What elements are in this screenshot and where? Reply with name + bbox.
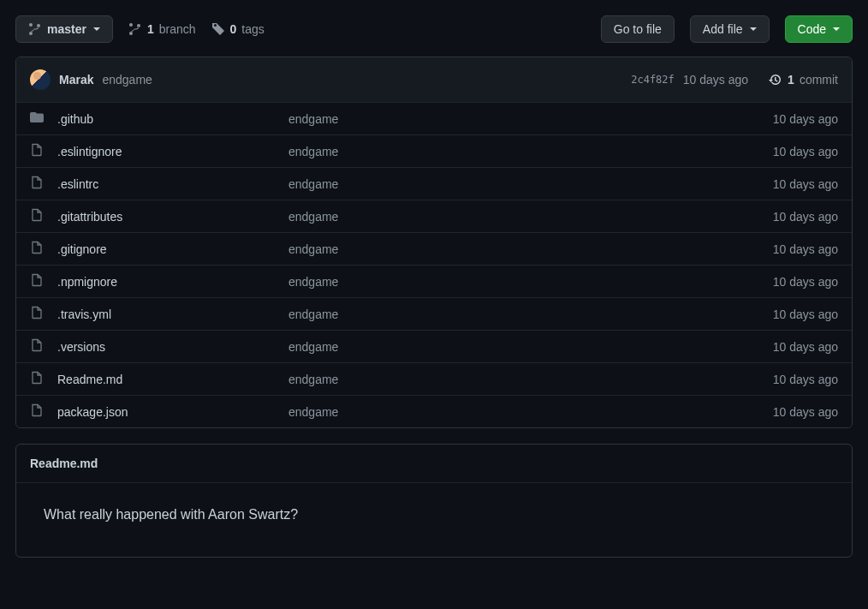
commit-message[interactable]: endgame bbox=[102, 73, 152, 87]
file-commit-message[interactable]: endgame bbox=[288, 210, 773, 224]
file-time: 10 days ago bbox=[773, 242, 838, 256]
file-time: 10 days ago bbox=[773, 373, 838, 386]
branch-count-label: branch bbox=[159, 22, 196, 36]
file-row: .gitignoreendgame10 days ago bbox=[16, 232, 852, 265]
commit-sha[interactable]: 2c4f82f bbox=[631, 74, 675, 86]
file-name[interactable]: .eslintrc bbox=[57, 177, 288, 191]
file-commit-message[interactable]: endgame bbox=[288, 145, 773, 158]
file-time: 10 days ago bbox=[773, 210, 838, 224]
file-icon bbox=[30, 273, 44, 290]
goto-file-button[interactable]: Go to file bbox=[601, 15, 675, 43]
file-commit-message[interactable]: endgame bbox=[288, 275, 773, 289]
history-icon bbox=[769, 73, 782, 87]
file-time: 10 days ago bbox=[773, 112, 838, 126]
file-name[interactable]: .github bbox=[57, 112, 288, 126]
caret-down-icon bbox=[750, 27, 757, 31]
git-branch-icon bbox=[128, 22, 142, 36]
goto-file-label: Go to file bbox=[614, 22, 662, 36]
file-row: .eslintrcendgame10 days ago bbox=[16, 167, 852, 200]
file-time: 10 days ago bbox=[773, 340, 838, 354]
file-row: .eslintignoreendgame10 days ago bbox=[16, 134, 852, 167]
branches-link[interactable]: 1 branch bbox=[128, 22, 196, 36]
tag-count-label: tags bbox=[241, 22, 264, 36]
tag-icon bbox=[211, 22, 225, 36]
file-time: 10 days ago bbox=[773, 177, 838, 191]
commits-link[interactable]: 1 commit bbox=[769, 73, 838, 87]
file-name[interactable]: .gitignore bbox=[57, 242, 288, 256]
file-name[interactable]: .npmignore bbox=[57, 275, 288, 289]
file-commit-message[interactable]: endgame bbox=[288, 177, 773, 191]
file-time: 10 days ago bbox=[773, 275, 838, 289]
file-commit-message[interactable]: endgame bbox=[288, 405, 773, 419]
file-commit-message[interactable]: endgame bbox=[288, 307, 773, 321]
file-icon bbox=[30, 241, 44, 257]
file-time: 10 days ago bbox=[773, 405, 838, 419]
file-row: package.jsonendgame10 days ago bbox=[16, 395, 852, 427]
file-icon bbox=[30, 371, 44, 387]
branch-select-button[interactable]: master bbox=[15, 15, 113, 43]
file-time: 10 days ago bbox=[773, 307, 838, 321]
file-row: Readme.mdendgame10 days ago bbox=[16, 362, 852, 395]
commit-author[interactable]: Marak bbox=[59, 73, 93, 87]
branch-count: 1 bbox=[147, 22, 154, 36]
branch-name: master bbox=[47, 22, 86, 36]
tags-link[interactable]: 0 tags bbox=[211, 22, 265, 36]
file-icon bbox=[30, 143, 44, 159]
readme-heading: What really happened with Aaron Swartz? bbox=[44, 507, 824, 522]
code-button[interactable]: Code bbox=[785, 15, 853, 43]
file-icon bbox=[30, 208, 44, 224]
folder-icon bbox=[30, 110, 44, 127]
file-row: .gitattributesendgame10 days ago bbox=[16, 200, 852, 232]
commit-count-label: commit bbox=[800, 73, 838, 87]
file-commit-message[interactable]: endgame bbox=[288, 373, 773, 386]
file-name[interactable]: .gitattributes bbox=[57, 210, 288, 224]
caret-down-icon bbox=[833, 27, 840, 31]
file-listing-box: Marak endgame 2c4f82f 10 days ago 1 comm… bbox=[15, 57, 853, 428]
file-name[interactable]: package.json bbox=[57, 405, 288, 419]
file-commit-message[interactable]: endgame bbox=[288, 340, 773, 354]
file-name[interactable]: .versions bbox=[57, 340, 288, 354]
file-row: .npmignoreendgame10 days ago bbox=[16, 265, 852, 297]
file-row: .travis.ymlendgame10 days ago bbox=[16, 297, 852, 330]
caret-down-icon bbox=[93, 27, 100, 31]
tag-count: 0 bbox=[230, 22, 237, 36]
readme-box: Readme.md What really happened with Aaro… bbox=[15, 444, 853, 558]
latest-commit-bar: Marak endgame 2c4f82f 10 days ago 1 comm… bbox=[16, 57, 852, 103]
file-name[interactable]: Readme.md bbox=[57, 373, 288, 386]
file-commit-message[interactable]: endgame bbox=[288, 242, 773, 256]
add-file-label: Add file bbox=[703, 22, 743, 36]
file-name[interactable]: .travis.yml bbox=[57, 307, 288, 321]
file-time: 10 days ago bbox=[773, 145, 838, 158]
readme-filename[interactable]: Readme.md bbox=[16, 445, 852, 483]
file-commit-message[interactable]: endgame bbox=[288, 112, 773, 126]
commit-count: 1 bbox=[788, 73, 794, 87]
file-icon bbox=[30, 403, 44, 420]
commit-time: 10 days ago bbox=[683, 73, 748, 87]
file-row: .githubendgame10 days ago bbox=[16, 103, 852, 134]
file-name[interactable]: .eslintignore bbox=[57, 145, 288, 158]
avatar[interactable] bbox=[30, 69, 51, 90]
git-branch-icon bbox=[28, 22, 42, 36]
file-icon bbox=[30, 306, 44, 322]
file-row: .versionsendgame10 days ago bbox=[16, 330, 852, 362]
code-label: Code bbox=[798, 22, 826, 36]
repo-toolbar: master 1 branch 0 tags Go to file Add fi… bbox=[15, 15, 853, 43]
add-file-button[interactable]: Add file bbox=[690, 15, 770, 43]
file-icon bbox=[30, 176, 44, 192]
file-icon bbox=[30, 338, 44, 355]
